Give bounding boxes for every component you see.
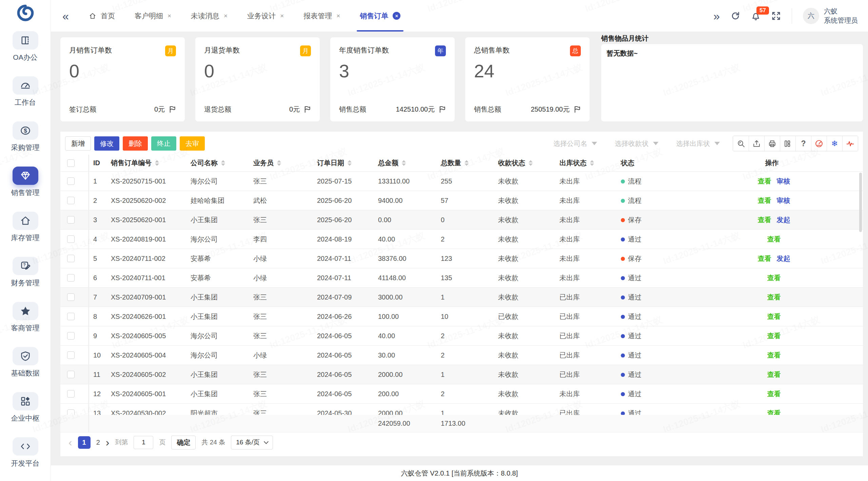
查看-link[interactable]: 查看	[767, 351, 781, 360]
查看-link[interactable]: 查看	[767, 370, 781, 379]
查看-link[interactable]: 查看	[758, 177, 771, 186]
column-header-收款状态[interactable]: 收款状态	[494, 155, 555, 171]
sort-icon[interactable]	[529, 160, 533, 166]
row-checkbox[interactable]	[67, 177, 75, 185]
column-header-总数量[interactable]: 总数量	[437, 155, 494, 171]
print-icon[interactable]	[764, 136, 780, 151]
close-tab-icon[interactable]: ×	[224, 12, 228, 20]
row-checkbox[interactable]	[67, 371, 75, 378]
search-icon[interactable]	[733, 136, 749, 151]
close-tab-icon[interactable]: ×	[167, 12, 171, 20]
select-all-checkbox[interactable]	[67, 159, 75, 167]
goto-page-input[interactable]	[134, 436, 153, 449]
发起-link[interactable]: 发起	[777, 215, 790, 225]
filter-select-0[interactable]: 选择公司名	[553, 139, 597, 148]
sidebar-item-note[interactable]: ?财务管理	[11, 257, 40, 288]
查看-link[interactable]: 查看	[767, 312, 781, 321]
sort-icon[interactable]	[221, 160, 225, 166]
row-checkbox[interactable]	[67, 313, 75, 320]
filter-select-2[interactable]: 选择出库状	[676, 139, 720, 148]
row-checkbox[interactable]	[67, 216, 75, 224]
close-tab-icon[interactable]: ×	[280, 12, 284, 20]
refresh-icon[interactable]	[731, 11, 740, 21]
row-checkbox[interactable]	[67, 197, 75, 204]
查看-link[interactable]: 查看	[758, 215, 771, 225]
终止-button[interactable]: 终止	[151, 136, 176, 151]
去审-button[interactable]: 去审	[180, 136, 205, 151]
发起-link[interactable]: 发起	[777, 254, 790, 263]
column-header-销售订单编号[interactable]: 销售订单编号	[107, 155, 186, 171]
expand-tabs-icon[interactable]: »	[713, 10, 720, 22]
sort-icon[interactable]	[348, 160, 352, 166]
filter-select-1[interactable]: 选择收款状	[615, 139, 658, 148]
fullscreen-icon[interactable]	[771, 11, 781, 21]
row-checkbox[interactable]	[67, 274, 75, 282]
sidebar-item-dashboard[interactable]: 工作台	[13, 76, 38, 107]
columns-icon[interactable]	[780, 136, 795, 151]
snowflake-icon[interactable]: ❄	[827, 136, 842, 151]
column-header-总金额[interactable]: 总金额	[374, 155, 437, 171]
tab-首页[interactable]: 首页	[79, 0, 125, 32]
user-menu[interactable]: 六 六蚁 系统管理员	[803, 7, 858, 25]
close-tab-icon[interactable]: ×	[336, 12, 340, 20]
gauge-icon[interactable]	[811, 136, 827, 151]
page-button-2[interactable]: 2	[96, 439, 100, 446]
table-scrollbar[interactable]	[859, 173, 862, 232]
查看-link[interactable]: 查看	[767, 293, 781, 302]
tab-未读消息[interactable]: 未读消息×	[181, 0, 237, 32]
row-checkbox[interactable]	[67, 235, 75, 243]
修改-button[interactable]: 修改	[94, 136, 119, 151]
column-header-出库状态[interactable]: 出库状态	[555, 155, 617, 171]
page-button-1[interactable]: 1	[78, 436, 91, 449]
sidebar-item-oa[interactable]: OA办公	[13, 31, 38, 62]
row-checkbox[interactable]	[67, 351, 75, 359]
删除-button[interactable]: 删除	[123, 136, 148, 151]
row-checkbox[interactable]	[67, 390, 75, 398]
export-icon[interactable]	[749, 136, 764, 151]
查看-link[interactable]: 查看	[758, 196, 771, 205]
查看-link[interactable]: 查看	[758, 254, 771, 263]
close-tab-icon[interactable]: ×	[393, 12, 400, 20]
新增-button[interactable]: 新增	[65, 136, 91, 151]
row-checkbox[interactable]	[67, 255, 75, 262]
column-header-业务员[interactable]: 业务员	[249, 155, 313, 171]
prev-page-icon[interactable]: ‹	[68, 437, 72, 448]
row-checkbox[interactable]	[67, 409, 75, 415]
row-checkbox[interactable]	[67, 293, 75, 301]
sidebar-item-dollar[interactable]: $采购管理	[11, 121, 40, 152]
sort-icon[interactable]	[277, 160, 281, 166]
page-size-select[interactable]: 16 条/页	[231, 436, 273, 449]
查看-link[interactable]: 查看	[767, 409, 781, 415]
审核-link[interactable]: 审核	[777, 177, 790, 186]
sort-icon[interactable]	[155, 160, 159, 166]
sidebar-item-diamond[interactable]: 销售管理	[11, 167, 40, 197]
help-icon[interactable]: ?	[795, 136, 811, 151]
pulse-icon[interactable]	[842, 136, 858, 151]
查看-link[interactable]: 查看	[767, 273, 781, 283]
查看-link[interactable]: 查看	[767, 331, 781, 341]
查看-link[interactable]: 查看	[767, 235, 781, 244]
sidebar-item-shield[interactable]: 基础数据	[11, 347, 40, 378]
filter-selects: 选择公司名选择收款状选择出库状	[553, 139, 720, 148]
tab-业务设计[interactable]: 业务设计×	[237, 0, 294, 32]
row-checkbox[interactable]	[67, 332, 75, 340]
column-header-订单日期[interactable]: 订单日期	[313, 155, 374, 171]
tab-客户明细[interactable]: 客户明细×	[125, 0, 181, 32]
sidebar-item-home[interactable]: 库存管理	[11, 212, 40, 243]
collapse-sidebar-icon[interactable]: «	[62, 10, 69, 22]
next-page-icon[interactable]: ›	[106, 437, 110, 448]
cell-order_no: XS-20250620-001	[107, 216, 186, 224]
sidebar-item-star[interactable]: 客商管理	[11, 302, 40, 333]
sort-icon[interactable]	[590, 160, 594, 166]
confirm-page-button[interactable]: 确定	[171, 436, 196, 449]
sidebar-item-code[interactable]: 开发平台	[11, 437, 40, 468]
notifications-bell-icon[interactable]: 57	[751, 11, 761, 21]
sort-icon[interactable]	[402, 160, 406, 166]
tab-报表管理[interactable]: 报表管理×	[294, 0, 350, 32]
tab-销售订单[interactable]: 销售订单×	[350, 0, 410, 32]
column-header-公司名称[interactable]: 公司名称	[186, 155, 249, 171]
查看-link[interactable]: 查看	[767, 389, 781, 399]
sort-icon[interactable]	[465, 160, 469, 166]
sidebar-item-grid[interactable]: 企业中枢	[11, 392, 40, 423]
审核-link[interactable]: 审核	[777, 196, 790, 205]
